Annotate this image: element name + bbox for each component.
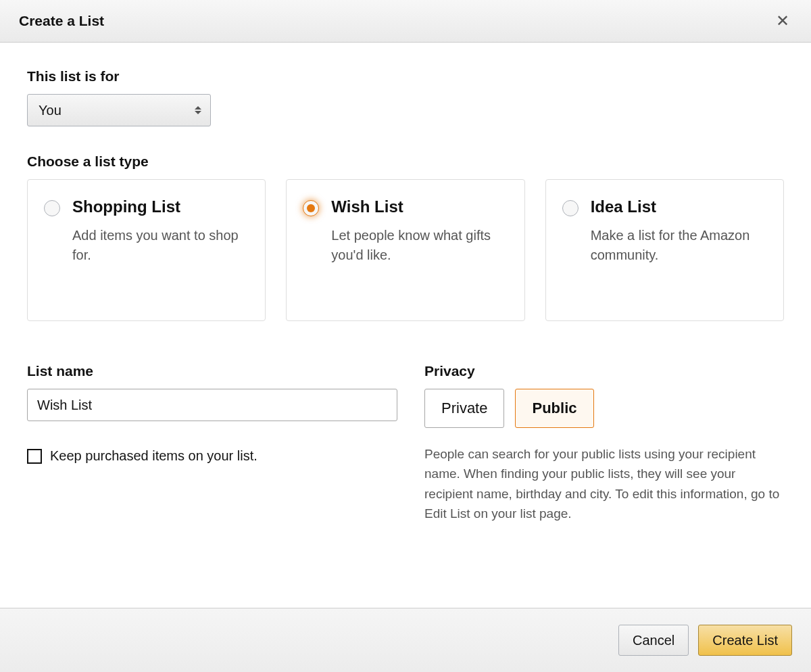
list-type-title: Shopping List <box>72 197 247 216</box>
cancel-button[interactable]: Cancel <box>618 625 689 656</box>
list-for-select[interactable]: You <box>27 94 211 126</box>
modal-title: Create a List <box>19 13 104 29</box>
list-type-option-idea[interactable]: Idea List Make a list for the Amazon com… <box>545 179 784 321</box>
list-for-value: You <box>39 103 62 118</box>
list-type-desc: Let people know what gifts you'd like. <box>331 226 506 265</box>
list-type-label: Choose a list type <box>27 153 784 170</box>
list-type-desc: Make a list for the Amazon community. <box>591 226 766 265</box>
list-name-input[interactable] <box>27 389 397 421</box>
keep-purchased-checkbox[interactable]: Keep purchased items on your list. <box>27 448 397 464</box>
list-type-desc: Add items you want to shop for. <box>72 226 247 265</box>
list-type-option-shopping[interactable]: Shopping List Add items you want to shop… <box>27 179 266 321</box>
privacy-help-text: People can search for your public lists … <box>424 444 784 524</box>
radio-icon <box>44 200 60 216</box>
privacy-option-public[interactable]: Public <box>515 389 593 428</box>
list-name-label: List name <box>27 363 397 379</box>
radio-icon <box>303 200 319 216</box>
list-type-options: Shopping List Add items you want to shop… <box>27 179 784 321</box>
privacy-option-label: Private <box>441 400 487 417</box>
privacy-option-private[interactable]: Private <box>424 389 504 428</box>
modal-footer: Cancel Create List <box>0 608 811 672</box>
list-type-option-wish[interactable]: Wish List Let people know what gifts you… <box>286 179 524 321</box>
list-for-label: This list is for <box>27 68 784 85</box>
modal-body: This list is for You Choose a list type … <box>0 43 811 551</box>
radio-icon <box>562 200 579 216</box>
create-list-button[interactable]: Create List <box>698 625 792 656</box>
checkbox-icon <box>27 449 42 464</box>
list-type-title: Idea List <box>591 197 766 216</box>
close-icon[interactable]: ✕ <box>773 10 792 32</box>
privacy-option-label: Public <box>532 400 576 417</box>
privacy-label: Privacy <box>424 363 784 379</box>
privacy-options: Private Public <box>424 389 784 428</box>
list-type-title: Wish List <box>331 197 506 216</box>
modal-header: Create a List ✕ <box>0 0 811 43</box>
keep-purchased-label: Keep purchased items on your list. <box>50 448 257 464</box>
